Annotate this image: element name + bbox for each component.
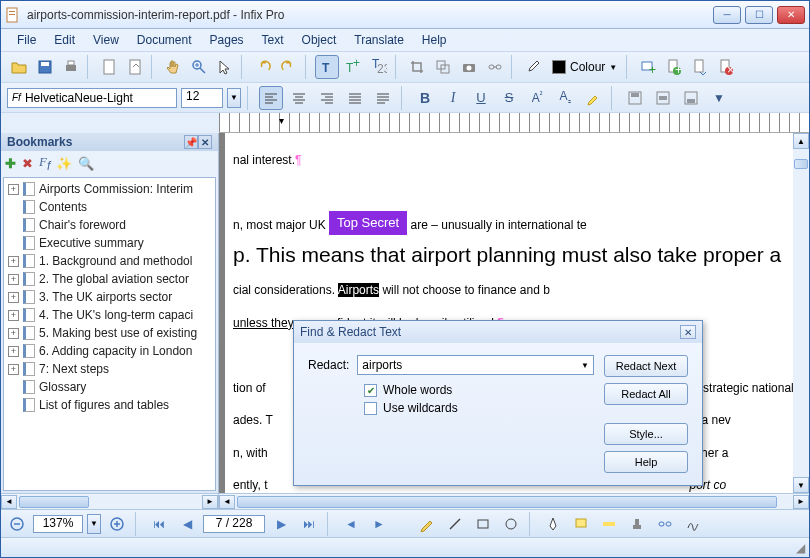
valign-middle-icon[interactable] [651,86,675,110]
menu-text[interactable]: Text [254,31,292,49]
bookmark-item[interactable]: Contents [6,198,213,216]
bookmark-font-icon[interactable]: Ff [39,154,50,173]
bookmark-add-icon[interactable]: ✚ [5,156,16,171]
bookmark-item[interactable]: Glossary [6,378,213,396]
colour-button[interactable]: Colour▼ [547,55,622,79]
menu-object[interactable]: Object [294,31,345,49]
text-plus-icon[interactable]: T+ [341,55,365,79]
crop-icon[interactable] [405,55,429,79]
open-icon[interactable] [7,55,31,79]
circle-icon[interactable] [499,512,523,536]
menu-document[interactable]: Document [129,31,200,49]
bookmark-item[interactable]: +Airports Commission: Interim [6,180,213,198]
page-input[interactable]: 7 / 228 [203,515,265,533]
superscript-icon[interactable]: A² [525,86,549,110]
minimize-button[interactable]: ─ [713,6,741,24]
strikethrough-icon[interactable]: S [497,86,521,110]
redact-input[interactable]: airports▼ [357,355,594,375]
scroll-left-icon[interactable]: ◄ [219,495,235,509]
annot-add-icon[interactable]: + [636,55,660,79]
next-page-icon[interactable]: ▶ [269,512,293,536]
panel-close-icon[interactable]: ✕ [198,135,212,149]
scroll-thumb[interactable] [794,159,808,169]
italic-icon[interactable]: I [441,86,465,110]
note-icon[interactable] [569,512,593,536]
highlight-icon[interactable] [581,86,605,110]
font-size-dropdown[interactable]: ▼ [227,88,241,108]
doc-hscroll[interactable]: ◄ ► [219,493,809,509]
help-button[interactable]: Help [604,451,688,473]
signature-icon[interactable] [681,512,705,536]
scroll-thumb[interactable] [19,496,89,508]
bookmark-item[interactable]: +6. Adding capacity in London [6,342,213,360]
print-icon[interactable] [59,55,83,79]
nav-fwd-icon[interactable]: ► [367,512,391,536]
valign-top-icon[interactable] [623,86,647,110]
redo-icon[interactable] [277,55,301,79]
text-123-icon[interactable]: T23 [367,55,391,79]
bookmark-wand-icon[interactable]: ✨ [56,156,72,171]
zoom-in-icon[interactable] [105,512,129,536]
bookmark-delete-icon[interactable]: ✖ [22,156,33,171]
valign-dropdown-icon[interactable]: ▼ [707,86,731,110]
scroll-up-icon[interactable]: ▲ [793,133,809,149]
underline-icon[interactable]: U [469,86,493,110]
menu-translate[interactable]: Translate [346,31,412,49]
sidebar-hscroll[interactable]: ◄ ► [1,493,218,509]
valign-bottom-icon[interactable] [679,86,703,110]
menu-help[interactable]: Help [414,31,455,49]
bookmark-item[interactable]: +7: Next steps [6,360,213,378]
tab-marker-icon[interactable]: ▾ [279,115,284,126]
bookmark-item[interactable]: Executive summary [6,234,213,252]
link-tool-icon[interactable] [653,512,677,536]
align-right-icon[interactable] [315,86,339,110]
pipette-icon[interactable] [521,55,545,79]
object-icon[interactable] [431,55,455,79]
page-delete-icon[interactable]: × [714,55,738,79]
highlight-tool-icon[interactable] [597,512,621,536]
doc-vscroll[interactable]: ▲ ▼ [793,133,809,493]
bookmark-item[interactable]: List of figures and tables [6,396,213,414]
nav-back-icon[interactable]: ◄ [339,512,363,536]
close-button[interactable]: ✕ [777,6,805,24]
pin-icon[interactable]: 📌 [184,135,198,149]
last-page-icon[interactable]: ⏭ [297,512,321,536]
pencil-icon[interactable] [415,512,439,536]
text-tool-icon[interactable]: T [315,55,339,79]
menu-pages[interactable]: Pages [202,31,252,49]
scroll-thumb[interactable] [237,496,777,508]
page-add-icon[interactable]: + [662,55,686,79]
zoom-dropdown[interactable]: ▼ [87,514,101,534]
stamp-icon[interactable] [625,512,649,536]
bookmarks-tree[interactable]: +Airports Commission: InterimContentsCha… [3,177,216,491]
bookmark-item[interactable]: +1. Background and methodol [6,252,213,270]
redact-next-button[interactable]: Redact Next [604,355,688,377]
align-justify-all-icon[interactable] [371,86,395,110]
dialog-close-icon[interactable]: ✕ [680,325,696,339]
bookmark-item[interactable]: +2. The global aviation sector [6,270,213,288]
scroll-right-icon[interactable]: ► [793,495,809,509]
zoom-out-icon[interactable] [5,512,29,536]
menu-file[interactable]: File [9,31,44,49]
chain-icon[interactable] [483,55,507,79]
align-left-icon[interactable] [259,86,283,110]
align-center-icon[interactable] [287,86,311,110]
prev-page-icon[interactable]: ◀ [175,512,199,536]
bold-icon[interactable]: B [413,86,437,110]
bookmark-item[interactable]: Chair's foreword [6,216,213,234]
camera-icon[interactable] [457,55,481,79]
ruler[interactable]: ▾ [219,113,809,133]
redact-all-button[interactable]: Redact All [604,383,688,405]
scroll-right-icon[interactable]: ► [202,495,218,509]
page-rotate-icon[interactable] [123,55,147,79]
page-crop-icon[interactable] [97,55,121,79]
scroll-down-icon[interactable]: ▼ [793,477,809,493]
scroll-left-icon[interactable]: ◄ [1,495,17,509]
rect-icon[interactable] [471,512,495,536]
font-input[interactable]: FfHelveticaNeue-Light [7,88,177,108]
save-icon[interactable] [33,55,57,79]
hand-icon[interactable] [161,55,185,79]
bookmark-item[interactable]: +3. The UK airports sector [6,288,213,306]
page-extract-icon[interactable] [688,55,712,79]
menu-view[interactable]: View [85,31,127,49]
